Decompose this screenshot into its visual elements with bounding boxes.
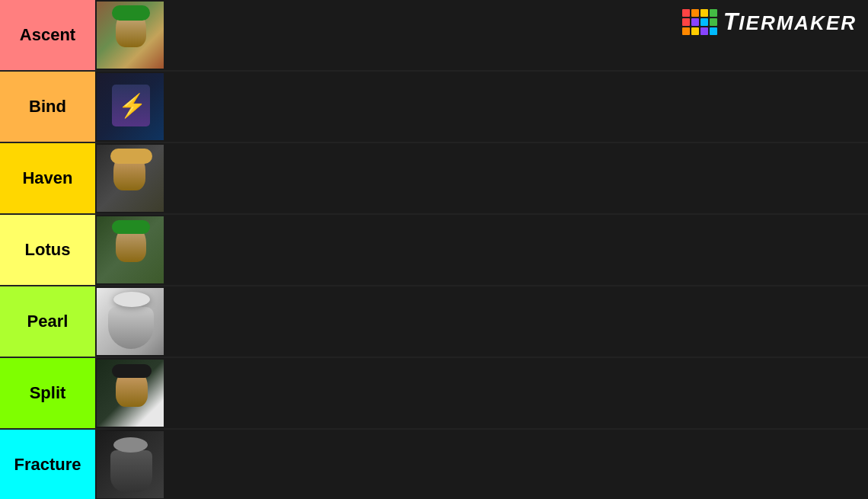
logo-cell-0 xyxy=(682,9,690,17)
tier-content-fracture[interactable] xyxy=(95,430,868,499)
logo-cell-2 xyxy=(700,9,708,17)
tier-content-pearl[interactable] xyxy=(95,286,868,357)
tier-label-split: Split xyxy=(0,358,95,428)
logo-t: T xyxy=(723,8,739,35)
logo-cell-7 xyxy=(710,18,717,26)
logo-cell-10 xyxy=(700,27,708,35)
tier-label-ascent: Ascent xyxy=(0,0,95,70)
logo-cell-9 xyxy=(691,27,699,35)
tier-content-split[interactable] xyxy=(95,358,868,428)
char-image-split xyxy=(97,360,164,427)
tier-row-split: Split xyxy=(0,358,868,430)
tiermaker-logo: TiERMAKER xyxy=(682,8,857,36)
logo-cell-8 xyxy=(682,27,690,35)
tier-content-haven[interactable] xyxy=(95,143,868,213)
logo-cell-6 xyxy=(700,18,708,26)
tier-row-fracture: Fracture xyxy=(0,430,868,499)
logo-cell-4 xyxy=(682,18,690,26)
char-image-pearl xyxy=(97,288,164,355)
tier-label-bind: Bind xyxy=(0,72,95,142)
char-image-fracture xyxy=(97,431,164,498)
logo-cell-1 xyxy=(691,9,699,17)
tier-row-haven: Haven xyxy=(0,143,868,215)
tier-label-pearl: Pearl xyxy=(0,286,95,357)
logo-full-text: iERMAKER xyxy=(739,11,857,34)
char-image-lotus xyxy=(97,216,164,283)
tier-row-pearl: Pearl xyxy=(0,286,868,358)
char-image-bind xyxy=(97,73,164,140)
tier-content-lotus[interactable] xyxy=(95,215,868,285)
char-image-haven xyxy=(97,145,164,212)
tier-label-lotus: Lotus xyxy=(0,215,95,285)
logo-cell-11 xyxy=(710,27,717,35)
tier-row-lotus: Lotus xyxy=(0,215,868,286)
logo-grid-icon xyxy=(682,9,717,35)
tier-content-bind[interactable] xyxy=(95,72,868,142)
tier-row-bind: Bind xyxy=(0,72,868,143)
tier-label-haven: Haven xyxy=(0,143,95,213)
tier-table: TiERMAKER AscentBindHavenLotusPearlSplit… xyxy=(0,0,868,499)
tier-label-fracture: Fracture xyxy=(0,430,95,499)
logo-cell-5 xyxy=(691,18,699,26)
char-image-ascent xyxy=(97,2,164,69)
logo-text: TiERMAKER xyxy=(723,8,857,36)
logo-cell-3 xyxy=(710,9,717,17)
